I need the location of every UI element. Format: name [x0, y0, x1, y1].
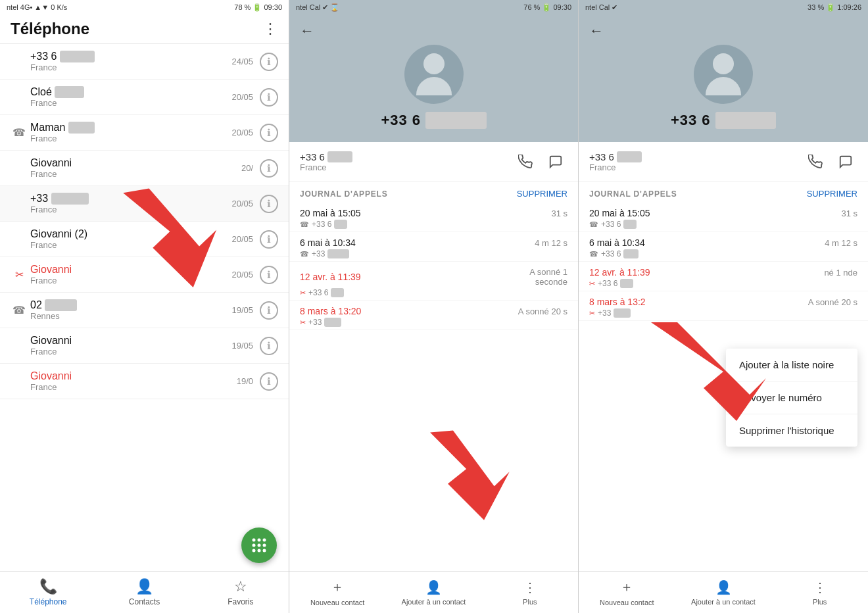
status-right-3: 33 % 🔋 1:09:26 — [808, 3, 861, 12]
add-to-contact-btn-2[interactable]: 👤 Ajouter à un contact — [385, 572, 481, 613]
more-btn-2[interactable]: ⋮ Plus — [482, 572, 578, 613]
svg-point-7 — [253, 549, 256, 552]
menu-button[interactable]: ⋮ — [263, 20, 278, 37]
journal-delete-3[interactable]: SUPPRIMER — [807, 189, 857, 199]
list-item[interactable]: +33 6 France 24/05 ℹ — [0, 44, 289, 80]
call-name-4: Giovanni — [30, 157, 241, 169]
log-num-p3-1: +33 6 — [601, 220, 637, 229]
new-contact-btn-3[interactable]: ＋ Nouveau contact — [579, 572, 675, 613]
back-button-2[interactable]: ← — [300, 22, 314, 39]
info-button-8[interactable]: ℹ — [260, 301, 278, 320]
blurred-name — [68, 122, 95, 134]
log-duration-p3-2: 4 m 12 s — [825, 238, 857, 248]
log-duration-p3-3: né 1 nde — [824, 268, 857, 278]
nav-label-telephone: Téléphone — [30, 597, 67, 606]
info-button-2[interactable]: ℹ — [260, 88, 278, 107]
info-button-6[interactable]: ℹ — [260, 230, 278, 249]
call-date-10: 19/0 — [237, 376, 253, 386]
log-date-3: 12 avr. à 11:39 — [300, 272, 361, 282]
list-item[interactable]: +33 France 20/05 ℹ — [0, 186, 289, 222]
call-name-9: Giovanni — [30, 335, 231, 347]
list-item[interactable]: ☎ Maman France 20/05 ℹ — [0, 115, 289, 151]
call-date-1: 24/05 — [231, 57, 253, 66]
nav-contacts[interactable]: 👤 Contacts — [96, 572, 192, 613]
info-button-7[interactable]: ℹ — [260, 266, 278, 284]
info-button-4[interactable]: ℹ — [260, 159, 278, 178]
detail-contact-info-3: +33 6 France — [589, 151, 797, 172]
blurred-number — [51, 193, 89, 205]
add-to-contact-label-2: Ajouter à un contact — [402, 598, 466, 606]
svg-point-6 — [263, 544, 266, 547]
svg-point-4 — [253, 544, 256, 547]
contacts-icon: 👤 — [135, 578, 153, 595]
blurred-log-p3-2 — [623, 249, 639, 258]
svg-point-9 — [263, 549, 266, 552]
journal-delete-2[interactable]: SUPPRIMER — [517, 189, 567, 199]
missed-out-icon: ☎ — [11, 126, 28, 139]
detail-phone-number-3: +33 6 — [671, 112, 776, 129]
person-add-icon: 👤 — [425, 579, 442, 595]
log-item-2: 6 mai à 10:34 4 m 12 s ☎ +33 — [289, 232, 578, 262]
log-duration-p3-4: A sonné 20 s — [808, 297, 857, 307]
blurred-log-p3-4 — [614, 308, 631, 318]
phone-icon: 📞 — [39, 578, 57, 595]
list-item[interactable]: ☎ 02 Rennes 19/05 ℹ — [0, 293, 289, 328]
blurred-number-detail-3 — [715, 112, 776, 129]
new-contact-btn-2[interactable]: ＋ Nouveau contact — [289, 572, 385, 613]
avatar-person-3 — [706, 53, 741, 95]
more-btn-3[interactable]: ⋮ Plus — [771, 572, 868, 613]
list-item[interactable]: Giovanni France 19/0 ℹ — [0, 364, 289, 399]
nav-label-favoris: Favoris — [228, 597, 253, 606]
call-sub-9: France — [30, 347, 231, 356]
context-menu-send-number[interactable]: Envoyer le numéro — [726, 381, 857, 414]
message-action-button-3[interactable] — [834, 150, 857, 174]
call-name-2: Cloé — [30, 86, 231, 98]
back-button-3[interactable]: ← — [589, 22, 604, 39]
list-item[interactable]: Cloé France 20/05 ℹ — [0, 80, 289, 115]
info-button-5[interactable]: ℹ — [260, 195, 278, 213]
avatar-head-3 — [713, 53, 734, 74]
add-to-contact-btn-3[interactable]: 👤 Ajouter à un contact — [675, 572, 772, 613]
list-item[interactable]: ✂ Giovanni France 20/05 ℹ — [0, 257, 289, 293]
call-action-button-3[interactable] — [804, 150, 827, 174]
status-bar-1: ntel 4G• ▲▼ 0 K/s 78 % 🔋 09:30 — [0, 0, 289, 14]
log-duration-1: 31 s — [551, 208, 567, 218]
info-button-3[interactable]: ℹ — [260, 124, 278, 142]
missed-call-icon-log-4: ✂ — [300, 318, 306, 327]
call-sub-6: France — [30, 240, 231, 250]
log-item-p3-2: 6 mai à 10:34 4 m 12 s ☎ +33 6 — [579, 232, 868, 262]
call-date-5: 20/05 — [231, 199, 253, 208]
call-date-4: 20/ — [241, 163, 253, 173]
call-name-7: Giovanni — [30, 264, 231, 276]
log-item-p3-4: 8 mars à 13:2 A sonné 20 s ✂ +33 — [579, 291, 868, 321]
info-button-10[interactable]: ℹ — [260, 372, 278, 391]
status-right-2: 76 % 🔋 09:30 — [523, 3, 571, 12]
nav-telephone[interactable]: 📞 Téléphone — [0, 572, 96, 613]
context-menu-blacklist[interactable]: Ajouter à la liste noire — [726, 349, 857, 381]
blurred-contact — [327, 151, 352, 162]
avatar-body — [416, 77, 452, 95]
avatar-body-3 — [706, 77, 741, 95]
blurred-log-2 — [327, 249, 349, 258]
call-info-9: Giovanni France — [30, 335, 231, 356]
detail-footer-3: ＋ Nouveau contact 👤 Ajouter à un contact… — [579, 571, 868, 613]
person-add-icon-3: 👤 — [715, 579, 732, 595]
log-duration-3: A sonné 1seconde — [529, 267, 567, 287]
more-label-3: Plus — [813, 598, 827, 606]
log-date-p3-2: 6 mai à 10:34 — [589, 237, 645, 248]
fab-dialpad[interactable] — [241, 527, 277, 563]
context-menu-delete-history[interactable]: Supprimer l'historique — [726, 414, 857, 447]
message-action-button[interactable] — [544, 150, 567, 174]
list-item[interactable]: Giovanni (2) France 20/05 ℹ — [0, 222, 289, 257]
svg-marker-10 — [430, 429, 514, 521]
contact-name-3: +33 6 — [589, 151, 797, 162]
list-item[interactable]: Giovanni France 19/05 ℹ — [0, 328, 289, 364]
call-action-button[interactable] — [514, 150, 537, 174]
list-item[interactable]: Giovanni France 20/ ℹ — [0, 151, 289, 186]
star-icon: ☆ — [234, 578, 247, 595]
nav-favoris[interactable]: ☆ Favoris — [193, 572, 289, 613]
call-date-7: 20/05 — [231, 270, 253, 280]
info-button-9[interactable]: ℹ — [260, 337, 278, 355]
info-button-1[interactable]: ℹ — [260, 53, 278, 71]
bottom-nav: 📞 Téléphone 👤 Contacts ☆ Favoris — [0, 571, 289, 613]
